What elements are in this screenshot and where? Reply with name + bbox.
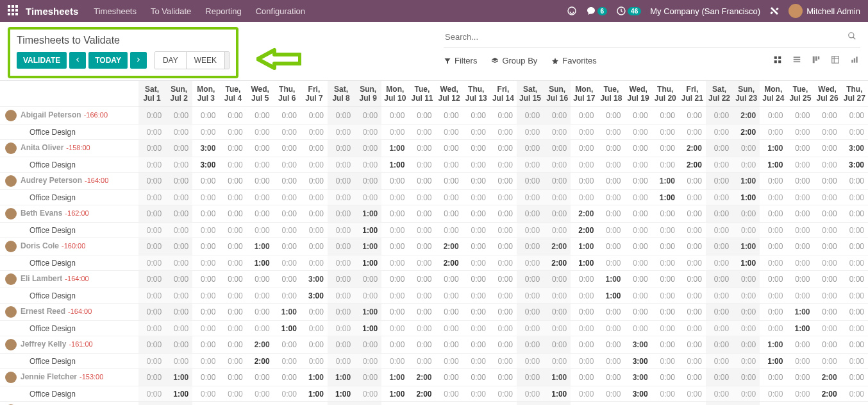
time-cell[interactable]: 0:00 <box>408 354 435 369</box>
time-cell[interactable]: 0:00 <box>571 402 597 406</box>
time-cell[interactable]: 1:00 <box>787 304 814 321</box>
time-cell[interactable]: 2:00 <box>814 386 841 402</box>
project-label[interactable]: Office Design <box>0 255 138 271</box>
time-cell[interactable]: 3:00 <box>841 140 868 157</box>
time-cell[interactable]: 0:00 <box>381 288 408 304</box>
time-cell[interactable]: 0:00 <box>841 354 868 369</box>
time-cell[interactable]: 0:00 <box>597 336 624 354</box>
time-cell[interactable]: 0:00 <box>760 321 787 336</box>
time-cell[interactable]: 2:00 <box>436 238 463 255</box>
time-cell[interactable]: 0:00 <box>597 173 624 190</box>
time-cell[interactable]: 1:00 <box>247 238 274 255</box>
time-cell[interactable]: 0:00 <box>463 223 490 238</box>
time-cell[interactable]: 0:00 <box>706 223 733 238</box>
time-cell[interactable]: 0:00 <box>544 354 571 369</box>
time-cell[interactable]: 0:00 <box>436 190 463 205</box>
column-header[interactable]: Sat,Jul 8 <box>328 81 355 107</box>
time-cell[interactable]: 0:00 <box>381 321 408 336</box>
time-cell[interactable]: 0:00 <box>436 369 463 386</box>
time-cell[interactable]: 0:00 <box>355 271 381 288</box>
menu-to-validate[interactable]: To Validate <box>151 6 191 16</box>
time-cell[interactable]: 0:00 <box>814 125 841 140</box>
time-cell[interactable]: 3:00 <box>841 157 868 173</box>
time-cell[interactable]: 0:00 <box>192 304 219 321</box>
time-cell[interactable]: 0:00 <box>679 386 706 402</box>
time-cell[interactable]: 0:00 <box>597 238 624 255</box>
time-cell[interactable]: 0:00 <box>679 173 706 190</box>
time-cell[interactable]: 0:00 <box>679 107 706 125</box>
time-cell[interactable]: 0:00 <box>733 336 760 354</box>
time-cell[interactable]: 3:00 <box>625 386 652 402</box>
settings-icon[interactable] <box>769 6 780 16</box>
time-cell[interactable]: 0:00 <box>408 190 435 205</box>
time-cell[interactable]: 0:00 <box>814 288 841 304</box>
search-icon[interactable] <box>844 31 860 42</box>
time-cell[interactable]: 0:00 <box>463 173 490 190</box>
time-cell[interactable]: 0:00 <box>436 223 463 238</box>
time-cell[interactable]: 0:00 <box>408 223 435 238</box>
time-cell[interactable]: 1:00 <box>760 354 787 369</box>
time-cell[interactable]: 0:00 <box>625 304 652 321</box>
employee-name[interactable]: Jennie Fletcher-153:00 <box>0 369 138 386</box>
time-cell[interactable]: 0:00 <box>274 190 301 205</box>
clock-icon[interactable]: 46 <box>616 6 641 16</box>
time-cell[interactable]: 0:00 <box>436 354 463 369</box>
time-cell[interactable]: 0:00 <box>517 369 544 386</box>
time-cell[interactable]: 0:00 <box>490 304 517 321</box>
time-cell[interactable]: 0:00 <box>328 321 355 336</box>
time-cell[interactable]: 0:00 <box>301 336 328 354</box>
time-cell[interactable]: 0:00 <box>355 354 381 369</box>
column-header[interactable]: Sun,Jul 16 <box>544 81 571 107</box>
time-cell[interactable]: 0:00 <box>192 386 219 402</box>
time-cell[interactable]: 0:00 <box>679 321 706 336</box>
time-cell[interactable]: 0:00 <box>517 321 544 336</box>
time-cell[interactable]: 0:00 <box>706 304 733 321</box>
time-cell[interactable]: 2:00 <box>544 238 571 255</box>
time-cell[interactable]: 0:00 <box>436 125 463 140</box>
time-cell[interactable]: 0:00 <box>597 369 624 386</box>
time-cell[interactable]: 0:00 <box>490 271 517 288</box>
time-cell[interactable]: 0:00 <box>138 255 165 271</box>
time-cell[interactable]: 0:00 <box>787 125 814 140</box>
time-cell[interactable]: 0:00 <box>760 304 787 321</box>
time-cell[interactable]: 0:00 <box>436 173 463 190</box>
time-cell[interactable]: 0:00 <box>463 336 490 354</box>
time-cell[interactable]: 0:00 <box>760 288 787 304</box>
time-cell[interactable]: 0:00 <box>247 321 274 336</box>
time-cell[interactable]: 0:00 <box>517 157 544 173</box>
time-cell[interactable]: 0:00 <box>625 255 652 271</box>
time-cell[interactable]: 0:00 <box>219 173 246 190</box>
time-cell[interactable]: 0:00 <box>733 140 760 157</box>
time-cell[interactable]: 0:00 <box>219 238 246 255</box>
time-cell[interactable]: 1:00 <box>381 386 408 402</box>
time-cell[interactable]: 0:00 <box>463 321 490 336</box>
time-cell[interactable]: 0:00 <box>165 402 192 406</box>
time-cell[interactable]: 0:00 <box>733 205 760 223</box>
prev-button[interactable] <box>69 52 86 69</box>
time-cell[interactable]: 0:00 <box>328 125 355 140</box>
time-cell[interactable]: 0:00 <box>381 205 408 223</box>
time-cell[interactable]: 2:00 <box>679 140 706 157</box>
time-cell[interactable]: 1:00 <box>760 157 787 173</box>
time-cell[interactable]: 0:00 <box>760 271 787 288</box>
time-cell[interactable]: 0:00 <box>138 402 165 406</box>
time-cell[interactable]: 0:00 <box>760 238 787 255</box>
time-cell[interactable]: 1:00 <box>381 140 408 157</box>
time-cell[interactable]: 0:00 <box>571 190 597 205</box>
time-cell[interactable]: 0:00 <box>679 125 706 140</box>
time-cell[interactable]: 0:00 <box>247 386 274 402</box>
time-cell[interactable]: 0:00 <box>544 223 571 238</box>
time-cell[interactable]: 0:00 <box>355 288 381 304</box>
time-cell[interactable]: 0:00 <box>355 369 381 386</box>
time-cell[interactable]: 0:00 <box>219 157 246 173</box>
scale-month[interactable]: MONTH <box>225 52 230 69</box>
time-cell[interactable]: 0:00 <box>247 271 274 288</box>
time-cell[interactable]: 0:00 <box>355 125 381 140</box>
time-cell[interactable]: 0:00 <box>328 238 355 255</box>
time-cell[interactable]: 0:00 <box>679 402 706 406</box>
time-cell[interactable]: 0:00 <box>490 238 517 255</box>
time-cell[interactable]: 0:00 <box>490 336 517 354</box>
time-cell[interactable]: 0:00 <box>733 354 760 369</box>
project-subrow[interactable]: Office Design0:001:000:000:000:000:001:0… <box>0 386 868 402</box>
time-cell[interactable]: 0:00 <box>706 354 733 369</box>
